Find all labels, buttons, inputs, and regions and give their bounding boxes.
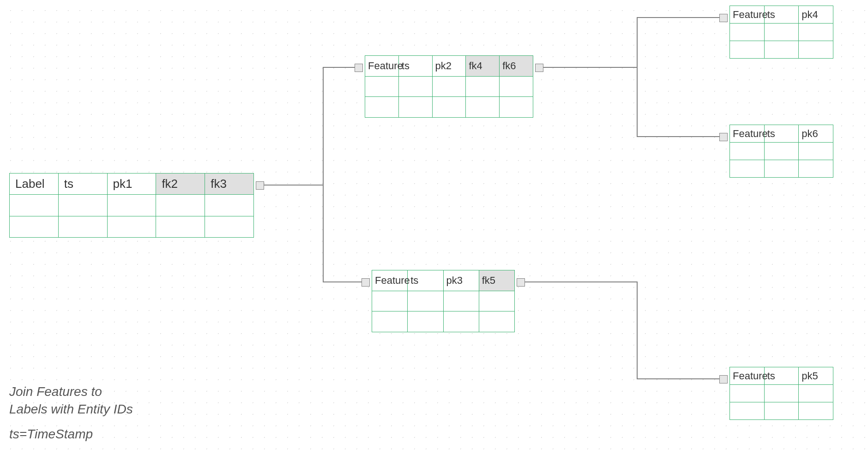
col-header: ts	[764, 125, 799, 143]
input-port[interactable]	[362, 278, 370, 287]
col-header: Feature	[730, 125, 765, 143]
col-header: pk3	[443, 270, 479, 291]
table-header-row: Feature ts pk3 fk5	[372, 270, 515, 291]
table-row	[730, 143, 833, 160]
table-row	[10, 216, 254, 237]
col-header: pk5	[799, 367, 833, 385]
table-row	[730, 41, 833, 59]
table-row	[365, 97, 533, 118]
label-table-node[interactable]: Label ts pk1 fk2 fk3	[9, 173, 254, 238]
table-header-row: Feature ts pk4	[730, 6, 833, 24]
col-header: fk3	[205, 174, 254, 195]
input-port[interactable]	[719, 375, 728, 383]
table-row	[730, 160, 833, 178]
input-port[interactable]	[719, 133, 728, 141]
table-row	[365, 76, 533, 97]
table-row	[10, 195, 254, 216]
col-header: fk4	[466, 56, 500, 77]
col-header: fk6	[500, 56, 533, 77]
table-row	[372, 311, 515, 332]
col-header: Feature	[730, 367, 765, 385]
col-header: fk2	[156, 174, 205, 195]
col-header: ts	[764, 367, 799, 385]
col-header: Feature	[730, 6, 765, 24]
output-port[interactable]	[517, 278, 525, 287]
table-header-row: Feature ts pk2 fk4 fk6	[365, 56, 533, 77]
col-header: ts	[398, 56, 432, 77]
feature-table-node[interactable]: Feature ts pk2 fk4 fk6	[365, 55, 533, 118]
table-header-row: Feature ts pk6	[730, 125, 833, 143]
table-row	[730, 385, 833, 402]
output-port[interactable]	[256, 181, 264, 190]
col-header: ts	[58, 174, 107, 195]
feature-table-node[interactable]: Feature ts pk6	[729, 125, 833, 178]
col-header: pk2	[432, 56, 466, 77]
table-header-row: Label ts pk1 fk2 fk3	[10, 174, 254, 195]
input-port[interactable]	[355, 64, 363, 72]
table-row	[730, 402, 833, 420]
col-header: Feature	[372, 270, 408, 291]
diagram-footnote: ts=TimeStamp	[9, 427, 93, 442]
col-header: pk4	[799, 6, 833, 24]
feature-table-node[interactable]: Feature ts pk5	[729, 367, 833, 420]
col-header: pk6	[799, 125, 833, 143]
col-header: ts	[764, 6, 799, 24]
col-header: Label	[10, 174, 59, 195]
feature-table-node[interactable]: Feature ts pk4	[729, 6, 833, 59]
col-header: pk1	[107, 174, 156, 195]
feature-table-node[interactable]: Feature ts pk3 fk5	[372, 270, 515, 332]
table-header-row: Feature ts pk5	[730, 367, 833, 385]
diagram-caption: Join Features to Labels with Entity IDs	[9, 383, 133, 418]
col-header: fk5	[479, 270, 514, 291]
diagram-canvas[interactable]: Label ts pk1 fk2 fk3 Feature ts pk2 fk4 …	[0, 0, 868, 455]
table-row	[730, 24, 833, 41]
col-header: ts	[408, 270, 443, 291]
output-port[interactable]	[535, 64, 543, 72]
input-port[interactable]	[719, 14, 728, 22]
col-header: Feature	[365, 56, 399, 77]
table-row	[372, 291, 515, 311]
